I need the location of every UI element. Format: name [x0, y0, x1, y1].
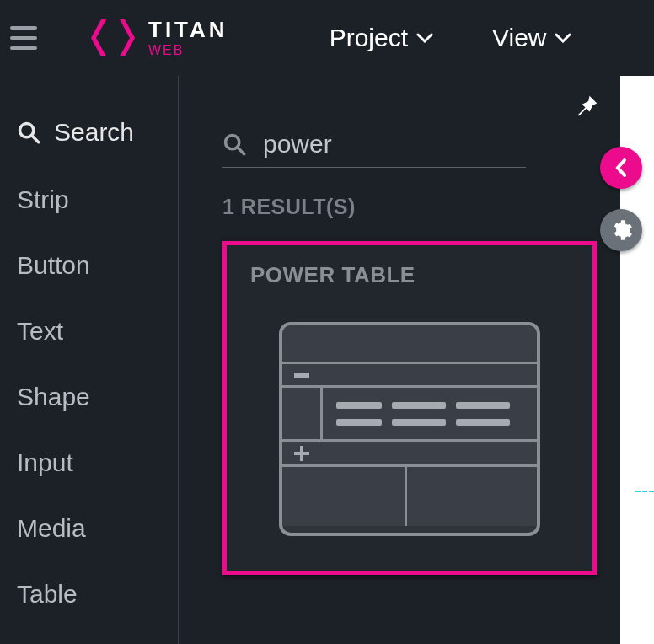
- chevron-down-icon: [555, 33, 571, 43]
- menu-view-label: View: [492, 24, 546, 52]
- settings-button[interactable]: [600, 209, 642, 251]
- logo-icon: [89, 14, 137, 62]
- sidebar-item-label: Text: [17, 317, 63, 345]
- collapse-panel-button[interactable]: [600, 147, 642, 189]
- result-title: POWER TABLE: [250, 262, 569, 288]
- power-table-preview-icon: [279, 322, 540, 536]
- result-power-table[interactable]: POWER TABLE: [222, 241, 597, 575]
- sidebar-item-button[interactable]: Button: [0, 233, 178, 298]
- pin-panel-button[interactable]: [575, 93, 600, 126]
- svg-rect-4: [294, 373, 309, 378]
- svg-line-3: [238, 148, 244, 154]
- guide-line: [635, 491, 654, 492]
- menu-view[interactable]: View: [492, 24, 571, 52]
- svg-rect-6: [294, 452, 309, 455]
- sidebar-item-table[interactable]: Table: [0, 561, 178, 627]
- sidebar-item-label: Media: [17, 514, 86, 542]
- sidebar-item-label: Input: [17, 448, 73, 476]
- chevron-left-icon: [614, 158, 628, 178]
- sidebar-search-label: Search: [54, 118, 134, 147]
- sidebar-item-label: Strip: [17, 185, 69, 213]
- sidebar-item-label: Shape: [17, 383, 90, 411]
- sidebar-search[interactable]: Search: [0, 118, 178, 167]
- app-header: TITAN WEB Project View: [0, 0, 654, 76]
- hamburger-menu-icon[interactable]: [10, 19, 47, 56]
- category-sidebar: Search Strip Button Text Shape Input Med…: [0, 76, 179, 644]
- brand-logo[interactable]: TITAN WEB: [89, 14, 228, 62]
- pin-icon: [575, 93, 600, 118]
- menu-project[interactable]: Project: [330, 24, 433, 52]
- sidebar-item-shape[interactable]: Shape: [0, 364, 178, 430]
- sidebar-item-label: Table: [17, 580, 78, 608]
- chevron-down-icon: [416, 33, 433, 43]
- results-count: 1 RESULT(S): [222, 195, 600, 219]
- menu-project-label: Project: [330, 24, 408, 52]
- search-icon: [222, 132, 246, 156]
- sidebar-item-media[interactable]: Media: [0, 496, 178, 561]
- sidebar-item-input[interactable]: Input: [0, 430, 178, 496]
- component-search: [222, 130, 526, 168]
- sidebar-item-strip[interactable]: Strip: [0, 167, 178, 233]
- components-panel: 1 RESULT(S) POWER TABLE: [179, 76, 620, 644]
- sidebar-item-label: Button: [17, 251, 90, 279]
- sidebar-item-text[interactable]: Text: [0, 298, 178, 364]
- svg-line-1: [32, 136, 39, 142]
- header-menus: Project View: [330, 24, 572, 52]
- component-search-input[interactable]: [263, 130, 499, 158]
- brand-subname: WEB: [148, 44, 228, 57]
- brand-name: TITAN: [148, 19, 228, 40]
- search-icon: [17, 121, 40, 144]
- gear-icon: [609, 218, 633, 242]
